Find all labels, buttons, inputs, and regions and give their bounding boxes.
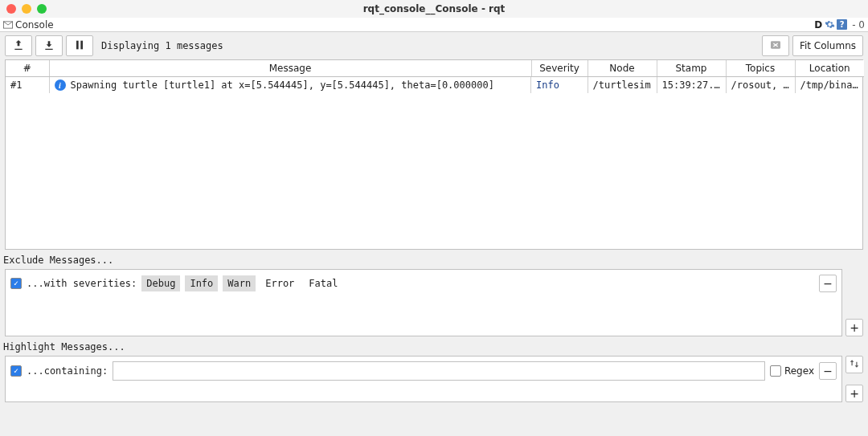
svg-rect-1 [76, 40, 79, 49]
cell-stamp: 15:39:27.0… [657, 77, 726, 94]
severity-error[interactable]: Error [260, 275, 299, 291]
col-header-num[interactable]: # [6, 60, 49, 77]
exclude-section-label: Exclude Messages... [0, 250, 868, 269]
exclude-panel: ✓ ...with severities: Debug Info Warn Er… [5, 269, 863, 336]
cell-severity: Info [531, 77, 588, 94]
clear-button[interactable] [762, 35, 789, 56]
highlight-swap-button[interactable] [845, 356, 863, 373]
highlight-panel: ✓ ...containing: Regex − + [5, 356, 863, 402]
window-title: rqt_console__Console - rqt [0, 3, 868, 14]
gear-icon[interactable] [825, 19, 835, 30]
cell-message: i Spawning turtle [turtle1] at x=[5.5444… [50, 77, 532, 93]
svg-rect-2 [80, 40, 83, 49]
regex-checkbox[interactable] [770, 365, 781, 377]
export-button[interactable] [5, 35, 32, 56]
pause-icon [73, 39, 86, 54]
cell-node: /turtlesim [588, 77, 657, 94]
titlebar: rqt_console__Console - rqt [0, 0, 868, 18]
highlight-filter-box: ✓ ...containing: Regex − [5, 356, 842, 402]
swap-icon [849, 358, 860, 372]
toolbar: Displaying 1 messages Fit Columns [0, 32, 868, 59]
clear-icon [769, 39, 782, 54]
severity-debug[interactable]: Debug [141, 275, 180, 291]
message-count-label: Displaying 1 messages [101, 40, 223, 51]
exclude-filter-box: ✓ ...with severities: Debug Info Warn Er… [5, 269, 842, 336]
cell-num: #1 [6, 77, 49, 94]
import-button[interactable] [35, 35, 63, 56]
dock-toggle[interactable]: D [813, 19, 823, 31]
severity-fatal[interactable]: Fatal [304, 275, 342, 291]
plugin-instance-count: - 0 [852, 19, 865, 31]
table-header-row: # Message Severity Node Stamp Topics Loc… [6, 60, 864, 77]
highlight-filter-label: ...containing: [27, 365, 108, 377]
col-header-message[interactable]: Message [49, 60, 531, 77]
plugin-tab-label: Console [15, 19, 54, 31]
cell-location: /tmp/binar… [795, 77, 864, 94]
col-header-topics[interactable]: Topics [726, 60, 795, 77]
exclude-remove-button[interactable]: − [819, 275, 837, 292]
col-header-stamp[interactable]: Stamp [657, 60, 726, 77]
envelope-icon [3, 20, 13, 30]
exclude-filter-label: ...with severities: [27, 278, 137, 289]
severity-warn[interactable]: Warn [223, 275, 256, 291]
col-header-node[interactable]: Node [588, 60, 657, 77]
message-table[interactable]: # Message Severity Node Stamp Topics Loc… [5, 59, 863, 250]
highlight-text-input[interactable] [113, 361, 765, 381]
download-icon [43, 39, 55, 54]
severity-info[interactable]: Info [185, 275, 218, 291]
col-header-location[interactable]: Location [795, 60, 864, 77]
upload-icon [12, 39, 25, 54]
table-row[interactable]: #1 i Spawning turtle [turtle1] at x=[5.5… [6, 77, 864, 94]
plugin-tab-console[interactable]: Console [3, 19, 54, 31]
regex-label: Regex [784, 365, 814, 377]
highlight-remove-button[interactable]: − [819, 362, 837, 380]
exclude-enable-checkbox[interactable]: ✓ [10, 278, 22, 289]
highlight-section-label: Highlight Messages... [0, 336, 868, 356]
plugin-right-tools: D ? - 0 [813, 19, 865, 31]
cell-message-text: Spawning turtle [turtle1] at x=[5.544445… [71, 79, 494, 91]
plugin-tabbar: Console D ? - 0 [0, 18, 868, 32]
highlight-enable-checkbox[interactable]: ✓ [10, 365, 22, 377]
exclude-add-button[interactable]: + [845, 319, 863, 336]
info-icon: i [55, 79, 66, 91]
pause-button[interactable] [66, 35, 93, 56]
col-header-severity[interactable]: Severity [531, 60, 588, 77]
regex-option[interactable]: Regex [770, 365, 814, 377]
highlight-add-button[interactable]: + [845, 385, 863, 402]
fit-columns-button[interactable]: Fit Columns [792, 35, 863, 56]
cell-topics: /rosout, /… [726, 77, 795, 94]
help-icon[interactable]: ? [837, 19, 847, 30]
table-empty-area [6, 93, 862, 249]
